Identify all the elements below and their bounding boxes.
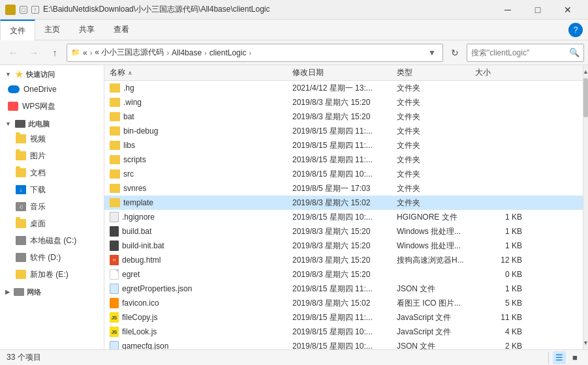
table-row[interactable]: .wing 2019/8/3 星期六 15:20 文件夹 — [104, 95, 583, 110]
path-root[interactable]: « — [83, 48, 87, 57]
col-date-header[interactable]: 修改日期 — [290, 67, 394, 78]
file-name-text: build.bat — [122, 227, 151, 236]
search-icon[interactable]: 🔍 — [569, 48, 580, 57]
file-name-text: svnres — [123, 184, 146, 193]
tab-file[interactable]: 文件 — [0, 20, 35, 40]
table-row[interactable]: libs 2019/8/15 星期四 11:... 文件夹 — [104, 138, 583, 153]
sidebar-item-downloads[interactable]: ↓ 下载 — [0, 181, 104, 198]
file-name: build.bat — [107, 226, 290, 237]
file-date: 2021/4/12 星期一 13:... — [290, 83, 394, 94]
col-name-header[interactable]: 名称 ∧ — [107, 67, 290, 78]
drive-icon — [16, 236, 26, 245]
file-date: 2019/8/3 星期六 15:20 — [290, 111, 394, 123]
path-dropdown-icon[interactable]: ▼ — [426, 46, 439, 59]
file-name: svnres — [107, 184, 290, 193]
search-input[interactable] — [471, 48, 569, 57]
sidebar-item-label: 视频 — [30, 134, 46, 145]
js-icon: JS — [110, 327, 119, 337]
table-row[interactable]: build-init.bat 2019/8/3 星期六 15:20 Window… — [104, 239, 583, 253]
table-row[interactable]: JS fileCopy.js 2019/8/15 星期四 11:... Java… — [104, 310, 583, 325]
up-button[interactable]: ↑ — [46, 44, 64, 62]
file-type: HGIGNORE 文件 — [394, 212, 472, 223]
refresh-button[interactable]: ↻ — [446, 44, 464, 62]
file-name-text: favicon.ico — [122, 299, 159, 308]
scroll-track[interactable] — [583, 78, 588, 336]
main-content: ▼ ★ 快速访问 OneDrive WPS网盘 ▼ 此电脑 视频 图片 — [0, 65, 588, 349]
sidebar: ▼ ★ 快速访问 OneDrive WPS网盘 ▼ 此电脑 视频 图片 — [0, 65, 104, 349]
file-size: 5 KB — [472, 299, 525, 308]
close-button[interactable]: ✕ — [553, 0, 583, 20]
table-row[interactable]: scripts 2019/8/15 星期四 11:... 文件夹 — [104, 153, 583, 167]
sidebar-item-onedrive[interactable]: OneDrive — [0, 81, 104, 98]
scroll-thumb[interactable] — [583, 78, 588, 117]
file-type: JSON 文件 — [394, 284, 472, 295]
title-bar-left: □ ↑ E:\BaiduNetdiskDownload\小小三国志源代码\All… — [5, 4, 270, 15]
sidebar-section-network[interactable]: ▶ 网络 — [0, 283, 104, 299]
table-row[interactable]: svnres 2019/8/5 星期一 17:03 文件夹 — [104, 181, 583, 196]
sidebar-item-label: 桌面 — [30, 218, 46, 229]
sidebar-item-documents[interactable]: 文档 — [0, 164, 104, 181]
file-name: .hgignore — [107, 212, 290, 222]
path-part-3[interactable]: clientLogic — [209, 48, 247, 57]
file-name-text: fileCopy.js — [122, 313, 157, 322]
table-row[interactable]: gamecfg.json 2019/8/15 星期四 10:... JSON 文… — [104, 339, 583, 349]
table-row[interactable]: favicon.ico 2019/8/3 星期六 15:02 看图王 ICO 图… — [104, 296, 583, 310]
sidebar-item-label: 音乐 — [30, 201, 46, 212]
sidebar-item-pictures[interactable]: 图片 — [0, 147, 104, 164]
path-part-2[interactable]: All4base — [172, 48, 202, 57]
forward-button[interactable]: → — [25, 44, 43, 62]
scroll-down-button[interactable]: ▼ — [583, 336, 588, 349]
folder-icon — [110, 184, 120, 193]
file-date: 2019/8/3 星期六 15:20 — [290, 226, 394, 237]
address-path[interactable]: 📁 « › « 小小三国志源代码 › All4base › clientLogi… — [67, 44, 443, 62]
sidebar-item-video[interactable]: 视频 — [0, 130, 104, 147]
table-row[interactable]: src 2019/8/15 星期四 10:... 文件夹 — [104, 167, 583, 181]
sidebar-item-drive-e[interactable]: 新加卷 (E:) — [0, 266, 104, 283]
table-row[interactable]: build.bat 2019/8/3 星期六 15:20 Windows 批处理… — [104, 224, 583, 239]
minimize-button[interactable]: ─ — [493, 0, 523, 20]
table-row[interactable]: egretProperties.json 2019/8/15 星期四 11:..… — [104, 282, 583, 296]
sidebar-item-label: OneDrive — [23, 85, 57, 94]
tab-home[interactable]: 主页 — [35, 20, 70, 40]
chevron-icon: ▼ — [5, 121, 11, 127]
js-icon: JS — [110, 312, 119, 323]
sidebar-item-drive-c[interactable]: 本地磁盘 (C:) — [0, 232, 104, 249]
table-row[interactable]: bin-debug 2019/8/15 星期四 11:... 文件夹 — [104, 124, 583, 138]
table-row[interactable]: H debug.html 2019/8/3 星期六 15:20 搜狗高速浏览器H… — [104, 253, 583, 267]
sidebar-item-drive-d[interactable]: 软件 (D:) — [0, 249, 104, 266]
maximize-button[interactable]: □ — [523, 0, 553, 20]
table-row[interactable]: bat 2019/8/3 星期六 15:20 文件夹 — [104, 110, 583, 124]
file-type: 看图王 ICO 图片... — [394, 298, 472, 309]
col-size-header[interactable]: 大小 — [472, 67, 525, 78]
file-size: 1 KB — [472, 241, 525, 250]
view-large-icons-button[interactable]: ■ — [568, 351, 581, 364]
network-icon — [14, 288, 24, 296]
col-type-header[interactable]: 类型 — [394, 67, 472, 78]
scrollbar[interactable]: ▲ ▼ — [583, 65, 588, 349]
sidebar-section-quick-access[interactable]: ▼ ★ 快速访问 — [0, 65, 104, 81]
table-row[interactable]: .hg 2021/4/12 星期一 13:... 文件夹 — [104, 81, 583, 95]
sidebar-item-label: WPS网盘 — [22, 101, 55, 112]
status-right: ☰ ■ — [547, 351, 581, 364]
file-date: 2019/8/3 星期六 15:20 — [290, 241, 394, 252]
scroll-up-button[interactable]: ▲ — [583, 65, 588, 78]
view-details-button[interactable]: ☰ — [553, 351, 566, 364]
back-button[interactable]: ← — [4, 44, 22, 62]
chevron-icon: ▼ — [5, 71, 11, 78]
sidebar-section-this-pc[interactable]: ▼ 此电脑 — [0, 115, 104, 130]
help-button[interactable]: ? — [568, 23, 583, 37]
sidebar-item-label: 图片 — [30, 151, 46, 162]
tab-view[interactable]: 查看 — [104, 20, 139, 40]
table-row[interactable]: template 2019/8/3 星期六 15:02 文件夹 — [104, 196, 583, 210]
sidebar-item-desktop[interactable]: 桌面 — [0, 215, 104, 232]
table-row[interactable]: JS fileLook.js 2019/8/15 星期四 10:... Java… — [104, 325, 583, 339]
sidebar-item-wps[interactable]: WPS网盘 — [0, 98, 104, 115]
table-row[interactable]: egret 2019/8/3 星期六 15:20 0 KB — [104, 267, 583, 282]
file-date: 2019/8/3 星期六 15:20 — [290, 255, 394, 266]
folder-icon — [110, 198, 120, 207]
table-row[interactable]: .hgignore 2019/8/15 星期四 10:... HGIGNORE … — [104, 210, 583, 224]
tab-share[interactable]: 共享 — [70, 20, 104, 40]
path-part-1[interactable]: « 小小三国志源代码 — [95, 47, 164, 58]
title-path: E:\BaiduNetdiskDownload\小小三国志源代码\All4bas… — [43, 4, 270, 15]
sidebar-item-music[interactable]: ♫ 音乐 — [0, 198, 104, 215]
